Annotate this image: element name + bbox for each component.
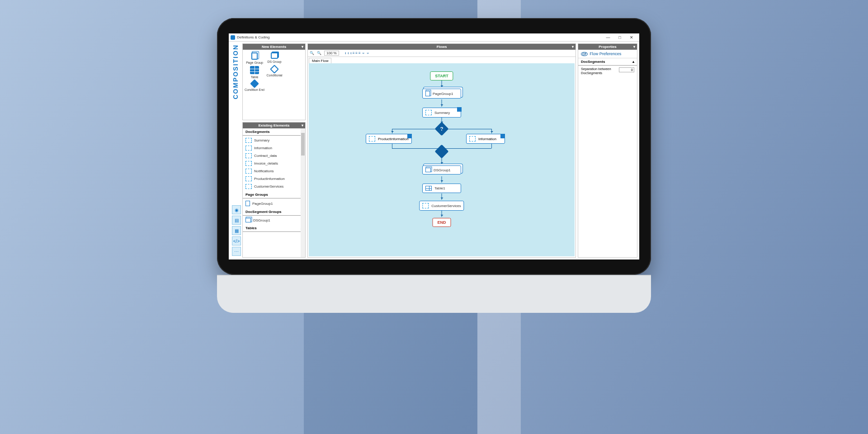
node-start[interactable]: START: [430, 71, 453, 80]
zoom-in-icon[interactable]: 🔍: [310, 51, 314, 55]
minimize-button[interactable]: —: [602, 35, 614, 40]
existing-item-label: DSGroup1: [253, 218, 270, 222]
toolrail-button-1[interactable]: ◉: [232, 205, 241, 214]
node-information[interactable]: Information: [466, 134, 505, 144]
existing-item-label: CustomerServices: [254, 184, 283, 189]
new-element-condition-end[interactable]: Condition End: [245, 80, 264, 91]
node-customerservices[interactable]: CustomerServices: [419, 201, 464, 211]
settings-badge-icon[interactable]: [500, 134, 505, 138]
existing-item-productinformation[interactable]: ProductInformation: [243, 175, 305, 183]
existing-item-summary[interactable]: Summary: [243, 137, 305, 144]
existing-item-label: Summary: [254, 138, 269, 142]
docsegment-icon: [422, 203, 429, 208]
toolrail-button-3[interactable]: ▦: [232, 226, 241, 235]
flow-tab-main[interactable]: Main Flow: [309, 58, 331, 63]
node-end[interactable]: END: [432, 218, 451, 227]
collapse-icon: ▾: [302, 45, 303, 49]
maximize-button[interactable]: □: [614, 35, 626, 40]
node-productinformation[interactable]: ProductInformation: [366, 134, 412, 144]
existing-item-label: ProductInformation: [254, 177, 285, 181]
new-elements-header[interactable]: New Elements ▾: [243, 44, 305, 50]
docsegment-icon: [245, 153, 252, 158]
connector: [442, 193, 442, 200]
node-label: Table1: [434, 186, 445, 190]
existing-item-label: Invoice_details: [254, 161, 278, 165]
toolrail-button-4[interactable]: </>: [232, 236, 241, 245]
connector: [392, 129, 392, 133]
property-separation: Separation between DocSegments: [578, 66, 637, 77]
existing-item-label: Information: [254, 146, 272, 150]
connector: [442, 176, 442, 183]
zoom-level[interactable]: 100 %: [324, 51, 339, 56]
condition-end-icon: [250, 79, 259, 88]
existing-item-label: Notifications: [254, 169, 274, 173]
collapse-icon: ▾: [572, 45, 574, 49]
scrollbar[interactable]: [301, 128, 305, 257]
node-label: PageGroup1: [433, 92, 453, 96]
flows-header[interactable]: Flows ▾: [308, 44, 576, 50]
existing-item-information[interactable]: Information: [243, 144, 305, 152]
docsegment-icon: [469, 136, 476, 142]
scrollbar-thumb[interactable]: [301, 133, 305, 156]
node-label: Summary: [434, 111, 450, 115]
section-docsegments[interactable]: DocSegments▴: [243, 128, 305, 136]
node-pagegroup1[interactable]: PageGroup1: [422, 89, 461, 99]
properties-header[interactable]: Properties ▾: [578, 44, 637, 50]
monitor-chin: [217, 275, 651, 313]
section-dsgroups[interactable]: DocSegment Groups▴: [243, 208, 305, 216]
new-element-label: Conditional: [266, 74, 282, 77]
collapse-icon: ▾: [633, 45, 635, 49]
node-table1[interactable]: Table1: [422, 184, 461, 193]
existing-item-customerservices[interactable]: CustomerServices: [243, 183, 305, 190]
property-label: Separation between DocSegments: [581, 67, 617, 75]
existing-item-invoice-details[interactable]: Invoice_details: [243, 160, 305, 167]
connector: [392, 144, 392, 148]
page-group-icon: [425, 91, 430, 96]
toolrail-button-2[interactable]: ▤: [232, 216, 241, 225]
new-element-table[interactable]: Table: [245, 66, 264, 79]
connector: [442, 211, 442, 217]
zoom-out-icon[interactable]: 🔍: [317, 51, 321, 55]
connector: [442, 156, 442, 165]
existing-item-dsgroup1[interactable]: DSGroup1: [243, 217, 305, 224]
section-label: Tables: [245, 226, 257, 230]
existing-elements-title: Existing Elements: [259, 123, 290, 127]
settings-badge-icon[interactable]: [457, 107, 462, 112]
section-pagegroups[interactable]: Page Groups▴: [243, 191, 305, 198]
connector: [442, 129, 491, 129]
close-button[interactable]: ✕: [626, 35, 637, 40]
properties-section-docsegments[interactable]: DocSegments ▴: [578, 58, 637, 66]
chevron-up-icon: ▴: [632, 60, 634, 64]
toolrail-button-5[interactable]: ⋯: [232, 247, 241, 256]
connector: [442, 80, 442, 88]
new-elements-panel: New Elements ▾ Page Group DS Group Table…: [242, 43, 306, 120]
existing-item-pagegroup1[interactable]: PageGroup1: [243, 199, 305, 208]
existing-elements-header[interactable]: Existing Elements ▾: [243, 123, 305, 128]
flow-pref-label: Flow Preferences: [590, 52, 621, 56]
flow-canvas[interactable]: START PageGroup1 Summary ?: [309, 63, 575, 256]
new-element-conditional[interactable]: Conditional: [264, 66, 284, 79]
existing-elements-panel: Existing Elements ▾ DocSegments▴ Summary…: [242, 122, 306, 258]
new-element-ds-group[interactable]: DS Group: [264, 52, 284, 64]
node-summary[interactable]: Summary: [422, 108, 461, 118]
monitor-frame: Definitions & Coding — □ ✕ COMPOSITION ◉…: [217, 18, 651, 313]
settings-badge-icon[interactable]: [407, 134, 412, 138]
node-label: ProductInformation: [378, 137, 409, 141]
new-element-page-group[interactable]: Page Group: [245, 52, 264, 64]
section-tables[interactable]: Tables▴: [243, 225, 305, 232]
connector: [491, 144, 492, 148]
existing-item-notifications[interactable]: Notifications: [243, 167, 305, 175]
separation-input[interactable]: [619, 67, 634, 72]
ds-group-icon: [245, 218, 251, 222]
node-label: Information: [478, 137, 496, 141]
existing-item-contract-data[interactable]: Contract_data: [243, 152, 305, 160]
page-group-icon: [245, 201, 250, 206]
alignment-tools[interactable]: ⫞⫞⫞≡≡≡⫟⫟: [344, 51, 371, 55]
composition-label: COMPOSITION: [232, 43, 239, 100]
node-dsgroup1[interactable]: DSGroup1: [422, 165, 461, 175]
node-label: CustomerServices: [431, 204, 461, 208]
flow-preferences-row: CF Flow Preferences: [578, 50, 637, 58]
node-label: DSGroup1: [434, 168, 451, 172]
existing-elements-body: DocSegments▴ Summary Information Contrac…: [243, 128, 305, 257]
section-label: DocSegment Groups: [245, 210, 282, 214]
